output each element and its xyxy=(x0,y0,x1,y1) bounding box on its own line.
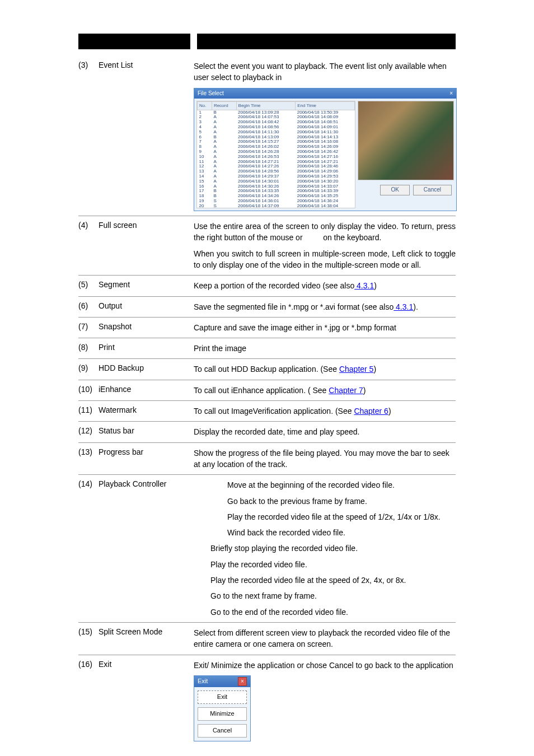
pc-line: Play the recorded video file. xyxy=(194,559,456,570)
header-right-block xyxy=(197,34,456,49)
full-screen-p1: Use the entire area of the screen to onl… xyxy=(194,221,456,244)
row-progress-bar: (13) Progress bar Show the progress of t… xyxy=(78,443,456,475)
pc-line: Go to the end of the recorded video file… xyxy=(194,606,456,618)
pc-line: Go to the next frame by frame. xyxy=(194,590,456,601)
minimize-button[interactable]: Minimize xyxy=(198,707,247,721)
col-begin: Begin Time xyxy=(236,102,296,110)
cancel-button[interactable]: Cancel xyxy=(198,724,247,738)
pc-line: Go back to the previous frame by frame. xyxy=(194,496,456,507)
pc-line: Wind back the recorded video file. xyxy=(194,527,456,538)
col-end: End Time xyxy=(296,102,355,110)
row-watermark: (11) Watermark To call out ImageVerifica… xyxy=(78,401,456,422)
row-status-bar: (12) Status bar Display the recorded dat… xyxy=(78,422,456,442)
exit-desc: Exit/ Minimize the application or chose … xyxy=(194,660,456,671)
row-event-list: (3) Event List Select the event you want… xyxy=(78,56,456,216)
col-record: Record xyxy=(212,102,236,110)
row-print: (8) Print Print the image xyxy=(78,338,456,359)
table-row[interactable]: 20S2006/04/18 14:37:092006/04/18 14:38:0… xyxy=(198,204,355,208)
row-exit: (16) Exit Exit/ Minimize the application… xyxy=(78,655,456,746)
link-chapter-7[interactable]: Chapter 7 xyxy=(329,386,363,395)
exit-dialog: Exit × Exit Minimize Cancel xyxy=(194,675,251,741)
pc-line: Briefly stop playing the recorded video … xyxy=(194,543,456,554)
exit-dialog-title: Exit xyxy=(198,677,208,686)
row-playback-controller: (14) Playback Controller Move at the beg… xyxy=(78,475,456,623)
row-label: Full screen xyxy=(99,221,194,230)
cancel-button[interactable]: Cancel xyxy=(413,185,452,195)
row-output: (6) Output Save the segmented file in *.… xyxy=(78,297,456,318)
header-bar xyxy=(78,34,456,49)
event-list-intro: Select the event you want to playback. T… xyxy=(194,60,456,83)
row-num: (4) xyxy=(78,221,99,230)
row-ienhance: (10) iEnhance To call out iEnhance appli… xyxy=(78,380,456,401)
dialog-title: File Select xyxy=(198,90,224,98)
link-4-3-1[interactable]: 4.3.1 xyxy=(394,302,413,311)
row-label: Playback Controller xyxy=(99,479,194,488)
header-left-block xyxy=(78,34,190,49)
preview-image xyxy=(358,101,454,180)
pc-line: Play the recorded video file at the spee… xyxy=(194,575,456,586)
row-split-screen: (15) Split Screen Mode Select from diffe… xyxy=(78,623,456,655)
link-chapter-5[interactable]: Chapter 5 xyxy=(339,365,373,374)
row-num: (3) xyxy=(78,60,99,69)
exit-button[interactable]: Exit xyxy=(198,690,247,704)
full-screen-p2: When you switch to full screen in multip… xyxy=(194,248,456,271)
event-table[interactable]: No. Record Begin Time End Time 1B2006/04… xyxy=(196,101,355,208)
row-snapshot: (7) Snapshot Capture and save the image … xyxy=(78,318,456,338)
row-label: Event List xyxy=(99,60,194,69)
link-4-3-1[interactable]: 4.3.1 xyxy=(354,281,374,290)
file-select-dialog: File Select × No. Record Begin Time End … xyxy=(194,88,457,212)
pc-line: Move at the beginning of the recorded vi… xyxy=(194,479,456,491)
row-segment: (5) Segment Keep a portion of the record… xyxy=(78,276,456,296)
link-chapter-6[interactable]: Chapter 6 xyxy=(354,407,388,416)
pc-line: Play the recorded video file at the spee… xyxy=(194,511,456,522)
col-no: No. xyxy=(198,102,212,110)
close-icon[interactable]: × xyxy=(449,90,453,98)
close-icon[interactable]: × xyxy=(238,677,247,686)
row-full-screen: (4) Full screen Use the entire area of t… xyxy=(78,216,456,276)
row-hdd-backup: (9) HDD Backup To call out HDD Backup ap… xyxy=(78,359,456,380)
ok-button[interactable]: OK xyxy=(380,185,409,195)
